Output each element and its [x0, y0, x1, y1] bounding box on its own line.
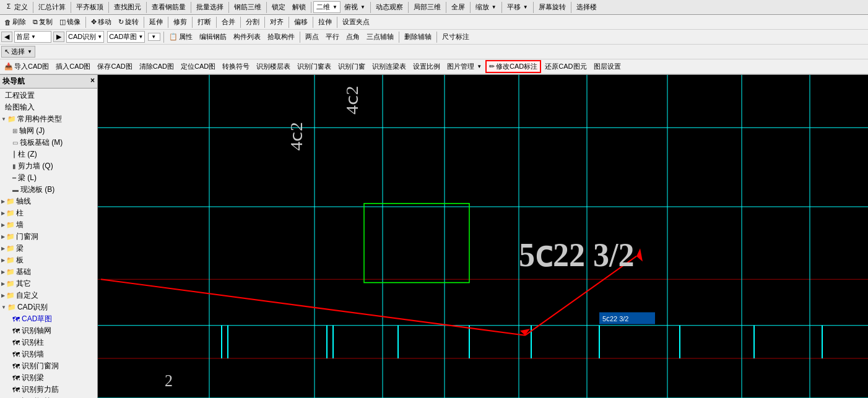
sidebar-item-column[interactable]: ┃ 柱 (Z) [0, 149, 97, 160]
extra-dropdown[interactable]: ▼ [148, 33, 160, 41]
sidebar-item-id-door[interactable]: 🗺 识别门窗洞 [0, 360, 97, 372]
svg-text:5ⅽ22 3/2: 5ⅽ22 3/2 [519, 235, 634, 274]
toolbar-btn-convert-symbol[interactable]: 转换符号 [219, 61, 253, 72]
toolbar-btn-image-mgr[interactable]: 图片管理 ▼ [444, 61, 485, 72]
sep9 [370, 2, 371, 13]
toolbar-btn-select-floor[interactable]: 选择楼 [573, 1, 600, 13]
sidebar-item-id-wall[interactable]: 🗺 识别墙 [0, 348, 97, 360]
beam2-expand-icon: ▶ [1, 246, 5, 251]
toolbar-btn-calc[interactable]: 汇总计算 [35, 1, 69, 13]
toolbar-btn-rotate[interactable]: 屏幕旋转 [536, 1, 569, 13]
toolbar-btn-set-scale[interactable]: 设置比例 [410, 61, 443, 72]
sidebar-group-custom[interactable]: ▶ 📁 自定义 [0, 290, 97, 301]
toolbar-btn-fullscreen[interactable]: 全屏 [448, 1, 468, 13]
toolbar-btn-find[interactable]: 查找图元 [111, 1, 144, 13]
toolbar-btn-break[interactable]: 打断 [194, 16, 214, 28]
toolbar-btn-two-pt[interactable]: 两点 [302, 31, 322, 43]
sidebar-item-id-shear-rebar[interactable]: 🗺 识别剪力筋 [0, 384, 97, 396]
toolbar-btn-trim[interactable]: 修剪 [170, 16, 190, 28]
toolbar-btn-2d[interactable]: 二维 ▼ [313, 1, 341, 13]
toolbar-btn-insert-cad[interactable]: 插入CAD图 [53, 61, 93, 72]
toolbar-btn-locate-cad[interactable]: 定位CAD图 [178, 61, 219, 72]
sidebar-group-beam2[interactable]: ▶ 📁 梁 [0, 243, 97, 254]
toolbar-btn-three-pt[interactable]: 三点辅轴 [363, 31, 397, 43]
toolbar-btn-clear-cad[interactable]: 清除CAD图 [136, 61, 177, 72]
toolbar-btn-restore-cad[interactable]: 还原CAD图元 [542, 61, 589, 72]
sidebar-item-shear-wall[interactable]: ▮ 剪力墙 (Q) [0, 160, 97, 172]
toolbar-btn-identify-floor[interactable]: 识别楼层表 [253, 61, 293, 72]
sidebar-item-project-settings[interactable]: 工程设置 [0, 90, 97, 102]
toolbar-btn-move[interactable]: ✥ 移动 [88, 16, 115, 28]
toolbar-btn-extend[interactable]: 延伸 [146, 16, 166, 28]
toolbar-btn-view-rebar[interactable]: 查看钢筋量 [149, 1, 189, 13]
toolbar-btn-dynamic-view[interactable]: 动态观察 [373, 1, 406, 13]
toolbar-btn-merge[interactable]: 合并 [219, 16, 238, 28]
sidebar-close-btn[interactable]: × [90, 76, 95, 87]
sidebar-item-id-rebar[interactable]: 🗺 识别钢筋 [0, 396, 97, 398]
import-icon: 📥 [4, 63, 13, 71]
toolbar-btn-set-grip[interactable]: 设置夹点 [339, 16, 373, 28]
sidebar-item-id-beam[interactable]: 🗺 识别梁 [0, 372, 97, 384]
toolbar-btn-modify-cad-annotation[interactable]: ✏ 修改CAD标注 [485, 60, 541, 73]
toolbar-btn-local-3d[interactable]: 局部三维 [410, 1, 444, 13]
floor-dropdown[interactable]: 首层 ▼ [14, 31, 51, 43]
toolbar-btn-import-cad[interactable]: 📥 导入CAD图 [1, 61, 52, 72]
toolbar-btn-layer-settings[interactable]: 图层设置 [591, 61, 624, 72]
toolbar-btn-batch-select[interactable]: 批量选择 [193, 1, 227, 13]
cad-sketch-dropdown[interactable]: CAD草图 ▼ [107, 31, 145, 43]
sidebar-item-id-col[interactable]: 🗺 识别柱 [0, 337, 97, 348]
toolbar-btn-offset[interactable]: 偏移 [291, 16, 311, 28]
sidebar-item-id-axis[interactable]: 🗺 识别轴网 [0, 325, 97, 337]
sidebar-group-slab2[interactable]: ▶ 📁 板 [0, 254, 97, 266]
toolbar-btn-top-view[interactable]: 俯视 ▼ [341, 1, 368, 13]
toolbar-btn-del-aux[interactable]: 删除辅轴 [401, 31, 435, 43]
canvas-area[interactable]: 5ⅽ22 3/2 5ⅽ22 3/2 4ⅽ2 2 4ⅽ2 [98, 75, 868, 398]
toolbar-btn-parallel[interactable]: 平行 [323, 31, 342, 43]
toolbar-btn-property[interactable]: 📋 属性 [166, 31, 196, 43]
sidebar-group-wall[interactable]: ▶ 📁 墙 [0, 219, 97, 231]
toolbar-btn-align-op[interactable]: 对齐 [267, 16, 287, 28]
toolbar-btn-zoom[interactable]: 缩放 ▼ [472, 1, 500, 13]
toolbar-btn-stretch[interactable]: 拉伸 [315, 16, 335, 28]
app-container: Σ 定义 汇总计算 平齐板顶 查找图元 查看钢筋量 批量选择 [0, 0, 868, 398]
toolbar-btn-define[interactable]: Σ 定义 [1, 1, 31, 13]
toolbar-btn-pan[interactable]: 平移 ▼ [504, 1, 531, 13]
toolbar-btn-split[interactable]: 分割 [243, 16, 263, 28]
toolbar-btn-component-list[interactable]: 构件列表 [230, 31, 264, 43]
sidebar-item-cad-sketch[interactable]: 🗺 CAD草图 [0, 313, 97, 325]
toolbar-btn-lock[interactable]: 锁定 [269, 1, 289, 13]
sidebar-item-slab[interactable]: ▬ 现浇板 (B) [0, 184, 97, 196]
nav-next[interactable]: ▶ [53, 32, 64, 42]
sidebar-group-door[interactable]: ▶ 📁 门窗洞 [0, 231, 97, 243]
toolbar-btn-unlock[interactable]: 解锁 [289, 1, 309, 13]
toolbar-btn-identify-lintel[interactable]: 识别连梁表 [369, 61, 409, 72]
toolbar-btn-edit-rebar[interactable]: 编辑钢筋 [196, 31, 230, 43]
toolbar-btn-delete[interactable]: 🗑 刷除 [1, 16, 29, 28]
nav-prev[interactable]: ◀ [1, 32, 12, 42]
toolbar-btn-mirror[interactable]: ◫ 镜像 [56, 16, 84, 28]
toolbar-btn-copy[interactable]: ⧉ 复制 [30, 16, 56, 28]
toolbar-btn-pick-component[interactable]: 拾取构件 [264, 31, 298, 43]
toolbar-btn-dimension[interactable]: 尺寸标注 [439, 31, 472, 43]
sep4 [146, 2, 147, 13]
sidebar-group-col[interactable]: ▶ 📁 柱 [0, 207, 97, 219]
sidebar-group-axis[interactable]: ▶ 📁 轴线 [0, 196, 97, 207]
toolbar-btn-rotate[interactable]: ↻ 旋转 [115, 16, 142, 28]
toolbar-btn-save-cad[interactable]: 保存CAD图 [94, 61, 135, 72]
toolbar-btn-3d-rebar[interactable]: 钢筋三维 [231, 1, 264, 13]
toolbar-btn-identify-door-table[interactable]: 识别门窗表 [294, 61, 334, 72]
sidebar-group-cad-id[interactable]: ▼ 📁 CAD识别 [0, 301, 97, 313]
sidebar-item-drawing-input[interactable]: 绘图输入 [0, 102, 97, 113]
sidebar-group-common-types[interactable]: ▼ 📁 常用构件类型 [0, 113, 97, 125]
cad-type-dropdown[interactable]: CAD识别 ▼ [66, 31, 104, 43]
sidebar-item-grid[interactable]: ⊞ 轴网 (J) [0, 125, 97, 137]
sidebar-item-raft[interactable]: ▭ 筏板基础 (M) [0, 137, 97, 149]
toolbar-btn-point-angle[interactable]: 点角 [343, 31, 363, 43]
toolbar-btn-align[interactable]: 平齐板顶 [73, 1, 106, 13]
sidebar-item-beam[interactable]: ━ 梁 (L) [0, 172, 97, 184]
toolbar-btn-select-drop[interactable]: ↖ 选择 ▼ [1, 46, 35, 58]
toolbar-btn-identify-door[interactable]: 识别门窗 [335, 61, 368, 72]
sidebar-group-other[interactable]: ▶ 📁 其它 [0, 278, 97, 290]
sidebar-group-foundation[interactable]: ▶ 📁 基础 [0, 266, 97, 278]
sidebar-section-main: 工程设置 绘图输入 ▼ 📁 常用构件类型 ⊞ 轴网 (J) ▭ 筏板基础 (M) [0, 89, 97, 398]
